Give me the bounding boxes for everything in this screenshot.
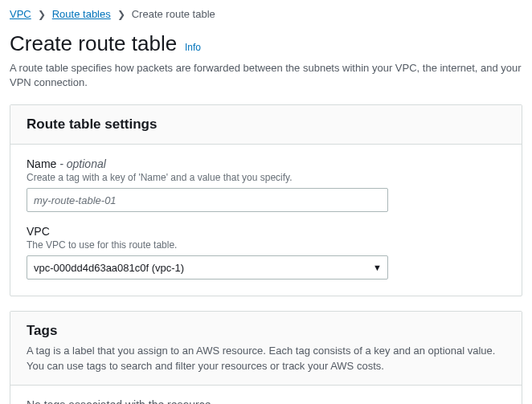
name-optional: - optional (59, 157, 106, 170)
tags-panel: Tags A tag is a label that you assign to… (10, 311, 522, 404)
name-label: Name (27, 157, 56, 170)
chevron-right-icon: ❯ (38, 9, 46, 20)
vpc-helper: The VPC to use for this route table. (27, 239, 505, 251)
vpc-select[interactable]: vpc-000dd4d63aa081c0f (vpc-1) (27, 255, 388, 280)
tags-heading: Tags (27, 323, 505, 339)
vpc-label: VPC (27, 225, 505, 238)
panel-body: No tags associated with the resource. Ad… (10, 386, 522, 404)
tags-empty-text: No tags associated with the resource. (27, 398, 505, 404)
panel-header: Route table settings (10, 105, 522, 145)
chevron-right-icon: ❯ (117, 9, 125, 20)
breadcrumb: VPC ❯ Route tables ❯ Create route table (10, 8, 522, 20)
page-header: Create route table Info A route table sp… (10, 31, 522, 90)
breadcrumb-vpc[interactable]: VPC (10, 8, 31, 20)
settings-heading: Route table settings (27, 116, 505, 133)
route-table-settings-panel: Route table settings Name - optional Cre… (10, 104, 522, 296)
name-helper: Create a tag with a key of 'Name' and a … (27, 172, 505, 183)
vpc-selected-value: vpc-000dd4d63aa081c0f (vpc-1) (34, 262, 184, 274)
info-link[interactable]: Info (185, 42, 201, 53)
page-title: Create route table (10, 31, 177, 56)
name-label-row: Name - optional (27, 157, 505, 170)
name-field-group: Name - optional Create a tag with a key … (27, 157, 505, 212)
breadcrumb-current: Create route table (132, 8, 215, 20)
vpc-field-group: VPC The VPC to use for this route table.… (27, 225, 505, 280)
tags-description: A tag is a label that you assign to an A… (27, 344, 505, 373)
name-input[interactable] (27, 188, 388, 212)
panel-body: Name - optional Create a tag with a key … (10, 145, 522, 296)
page-subtitle: A route table specifies how packets are … (10, 61, 522, 90)
vpc-select-wrap: vpc-000dd4d63aa081c0f (vpc-1) ▼ (27, 255, 388, 280)
panel-header: Tags A tag is a label that you assign to… (10, 312, 522, 385)
breadcrumb-route-tables[interactable]: Route tables (52, 8, 111, 20)
